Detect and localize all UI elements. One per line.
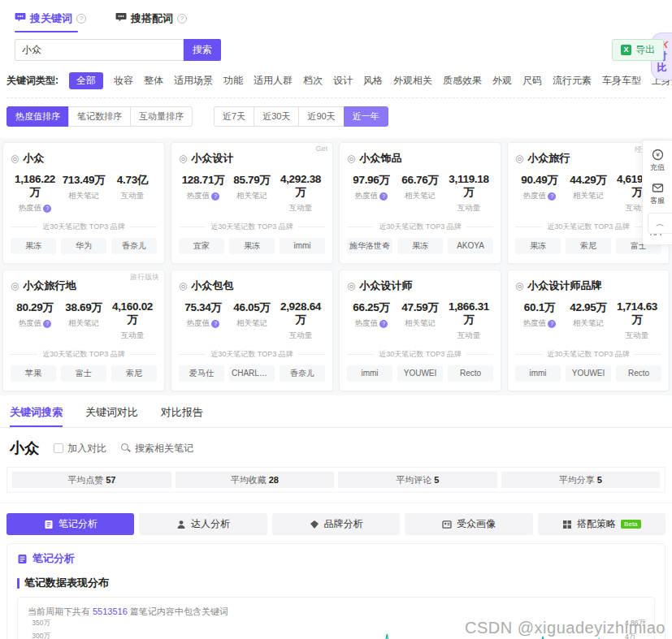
keyword-type-chip[interactable]: 适用人群 [254,74,293,88]
keyword-type-chip[interactable]: 全部 [69,72,103,89]
section-tab-受众画像[interactable]: 受众画像 [405,513,532,535]
card-stats: 1,186.22万热度值?713.49万相关笔记4.73亿互动量 [11,173,157,214]
excel-icon: X [621,45,631,55]
brand-chip[interactable]: 香奈儿 [111,238,157,254]
target-icon: ◎ [179,153,187,164]
date-range-button[interactable]: 近30天 [254,106,299,127]
brand-chip[interactable]: YOUWEI [397,365,443,382]
stat-label: 互动量 [276,203,325,214]
card-stats: 90.49万热度值?44.29万相关笔记4,619.93万互动量 [515,173,661,214]
keyword-card[interactable]: ◎小众设计师66.25万热度值?47.59万相关笔记1,866.31万互动量近3… [339,270,501,391]
cards-row-1: ◎小众1,186.22万热度值?713.49万相关笔记4.73亿互动量近30天笔… [2,142,670,264]
stat-label: 相关笔记 [228,191,276,201]
card-corner-tag: Get [315,145,327,153]
keyword-type-chip[interactable]: 尺码 [522,74,542,88]
brand-chip[interactable]: 爱马仕 [179,365,224,382]
brand-chip[interactable]: immi [347,365,392,382]
top-tab-search-keyword[interactable]: 搜关键词? [15,11,86,32]
sort-option-button[interactable]: 笔记数排序 [68,106,131,127]
side-toolbar-客服[interactable]: 客服 [643,177,672,210]
sort-option-button[interactable]: 热度值排序 [7,106,69,127]
nav-tab-对比报告[interactable]: 对比报告 [161,405,203,427]
average-stat: 平均点赞57 [12,472,171,488]
add-to-compare[interactable]: 加入对比 [54,442,106,456]
keyword-type-chip[interactable]: 适用场景 [174,74,213,88]
brand-chip[interactable]: immi [280,238,325,254]
brand-chip[interactable]: Recto [616,365,661,382]
keyword-type-chip[interactable]: 档次 [303,74,323,88]
brand-row: immiYOUWEIRecto [515,365,661,382]
date-range-button[interactable]: 近7天 [214,106,254,127]
search-button[interactable]: 搜索 [184,39,221,61]
brand-chip[interactable]: Recto [448,365,493,382]
average-value: 5 [434,475,439,485]
info-icon: ? [548,192,556,201]
section-tab-达人分析[interactable]: 达人分析 [139,513,267,535]
keyword-type-chip[interactable]: 外观 [492,74,512,88]
keyword-card[interactable]: 旅行版块◎小众旅行地80.29万热度值?38.69万相关笔记4,160.02万互… [2,270,165,391]
keyword-type-chip[interactable]: 妆容 [114,74,133,88]
sort-option-button[interactable]: 互动量排序 [130,106,193,127]
card-stats: 80.29万热度值?38.69万相关笔记4,160.02万互动量 [11,300,157,341]
brand-chip[interactable]: AKOYA [448,238,493,254]
nav-tab-关键词对比[interactable]: 关键词对比 [85,405,138,427]
keyword-type-chip[interactable]: 整体 [144,74,163,88]
nav-tab-关键词搜索[interactable]: 关键词搜索 [10,405,63,427]
brand-chip[interactable]: 香奈儿 [280,365,325,382]
stat-value: 1,714.63万 [613,300,661,327]
keyword-type-chip[interactable]: 车身车型 [602,74,641,88]
compare-checkbox[interactable] [54,443,63,453]
keyword-card[interactable]: ◎小众饰品97.96万热度值?66.76万相关笔记3,119.18万互动量近30… [339,142,501,264]
brand-chip[interactable]: 富士 [61,365,106,382]
card-stat-heat: 1,186.22万热度值? [11,173,59,214]
keyword-type-chip[interactable]: 外观相关 [393,74,432,88]
keyword-search-input[interactable] [15,39,184,61]
date-range-button[interactable]: 近一年 [344,106,388,127]
keyword-type-chip[interactable]: 设计 [333,74,353,88]
date-range-button[interactable]: 近90天 [298,106,344,127]
brand-chip[interactable]: CHARLES&KEI... [229,365,275,382]
stat-label: 相关笔记 [59,318,108,329]
back-to-top-button[interactable]: ︿ [648,213,672,234]
keyword-type-chip[interactable]: 风格 [363,74,383,88]
stat-value: 2,928.64万 [276,300,325,327]
brand-chip[interactable]: 苹果 [11,365,56,382]
search-related-notes[interactable]: 搜索相关笔记 [121,442,193,456]
section-tab-笔记分析[interactable]: 笔记分析 [7,513,134,535]
keyword-type-chip[interactable]: 功能 [223,74,243,88]
top-tab-label: 搜关键词 [30,11,72,26]
keyword-card[interactable]: ◎小众设计师品牌60.1万热度值?42.95万相关笔记1,714.63万互动量近… [507,270,670,391]
stat-value: 47.59万 [396,300,444,315]
export-button[interactable]: X 导出 [612,39,664,61]
keyword-card[interactable]: ◎小众包包75.34万热度值?46.05万相关笔记2,928.64万互动量近30… [171,270,333,391]
top3-brands-label: 近30天笔记数 TOP3 品牌 [347,222,493,232]
card-stats: 128.71万热度值?85.79万相关笔记4,292.38万互动量 [179,173,325,214]
brand-chip[interactable]: 华为 [61,238,106,254]
keyword-card[interactable]: Get◎小众设计128.71万热度值?85.79万相关笔记4,292.38万互动… [171,142,333,264]
keyword-card[interactable]: ◎小众1,186.22万热度值?713.49万相关笔记4.73亿互动量近30天笔… [2,142,165,264]
brand-chip[interactable]: 果冻 [11,238,56,254]
brand-chip[interactable]: 果冻 [229,238,275,254]
card-stat-interactions: 1,714.63万互动量 [613,300,661,341]
section-tab-品牌分析[interactable]: 品牌分析 [272,513,400,535]
brand-chip[interactable]: 索尼 [566,238,611,254]
stat-label: 热度值? [515,191,564,201]
brand-chip[interactable]: YOUWEI [566,365,611,382]
brand-chip[interactable]: immi [515,365,561,382]
collocation-strategy-icon [562,520,572,529]
brand-chip[interactable]: 施华洛世奇 [347,238,392,254]
stat-label: 相关笔记 [59,191,108,201]
keyword-type-chip[interactable]: 流行元素 [553,74,592,88]
top-tab-search-collocation[interactable]: 搜搭配词? [115,11,187,32]
stat-value: 46.05万 [228,300,276,315]
section-tab-搭配策略[interactable]: 搭配策略Beta [538,513,665,535]
brand-chip[interactable]: 宜家 [179,238,224,254]
info-icon: ? [379,192,388,201]
brand-chip[interactable]: 果冻 [397,238,443,254]
brand-chip[interactable]: 果冻 [515,238,561,254]
keyword-type-chip[interactable]: 质感效果 [443,74,482,88]
card-title: ◎小众 [11,151,157,166]
brand-chip[interactable]: 索尼 [111,365,157,382]
side-toolbar-充值[interactable]: ¥充值 [643,144,672,177]
section-tab-label: 受众画像 [457,517,496,531]
